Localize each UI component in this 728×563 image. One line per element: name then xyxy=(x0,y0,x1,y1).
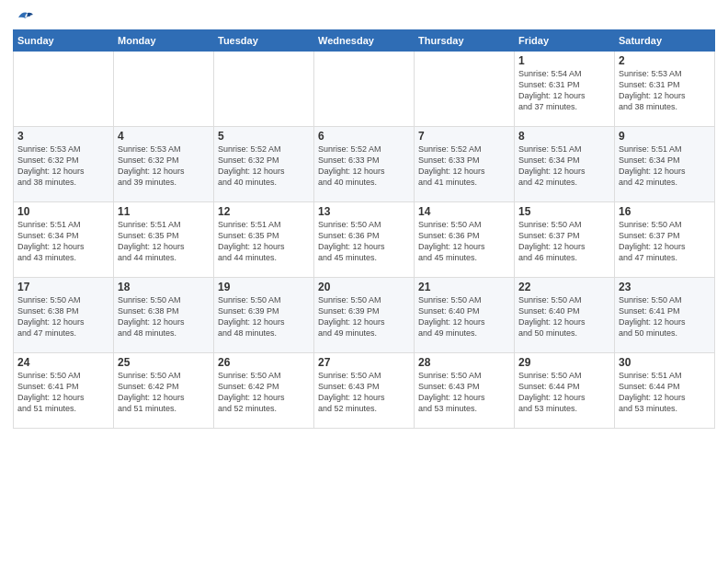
day-number: 23 xyxy=(619,281,711,293)
day-cell: 24Sunrise: 5:50 AM Sunset: 6:41 PM Dayli… xyxy=(14,353,114,429)
weekday-header-saturday: Saturday xyxy=(615,30,715,52)
week-row-5: 24Sunrise: 5:50 AM Sunset: 6:41 PM Dayli… xyxy=(14,353,715,429)
day-number: 2 xyxy=(619,54,711,67)
day-number: 3 xyxy=(17,130,109,143)
day-cell xyxy=(114,52,214,127)
day-cell: 8Sunrise: 5:51 AM Sunset: 6:34 PM Daylig… xyxy=(515,127,615,202)
day-number: 6 xyxy=(318,130,410,143)
day-info: Sunrise: 5:50 AM Sunset: 6:38 PM Dayligh… xyxy=(17,294,109,339)
week-row-3: 10Sunrise: 5:51 AM Sunset: 6:34 PM Dayli… xyxy=(14,202,715,278)
day-number: 25 xyxy=(118,356,210,369)
day-info: Sunrise: 5:50 AM Sunset: 6:40 PM Dayligh… xyxy=(518,294,610,339)
day-cell: 28Sunrise: 5:50 AM Sunset: 6:43 PM Dayli… xyxy=(415,353,515,429)
week-row-2: 3Sunrise: 5:53 AM Sunset: 6:32 PM Daylig… xyxy=(14,127,715,202)
weekday-header-friday: Friday xyxy=(515,30,615,52)
day-cell: 13Sunrise: 5:50 AM Sunset: 6:36 PM Dayli… xyxy=(314,202,415,278)
day-number: 29 xyxy=(518,356,610,369)
day-info: Sunrise: 5:53 AM Sunset: 6:32 PM Dayligh… xyxy=(17,144,109,189)
day-info: Sunrise: 5:51 AM Sunset: 6:34 PM Dayligh… xyxy=(17,219,109,264)
day-info: Sunrise: 5:50 AM Sunset: 6:37 PM Dayligh… xyxy=(518,219,610,264)
day-number: 12 xyxy=(218,205,310,218)
day-cell: 21Sunrise: 5:50 AM Sunset: 6:40 PM Dayli… xyxy=(415,278,515,353)
day-number: 16 xyxy=(619,205,711,218)
day-number: 9 xyxy=(619,130,711,143)
day-number: 22 xyxy=(518,281,610,293)
day-info: Sunrise: 5:52 AM Sunset: 6:33 PM Dayligh… xyxy=(418,144,510,189)
logo-bird-icon xyxy=(15,9,35,26)
day-cell: 14Sunrise: 5:50 AM Sunset: 6:36 PM Dayli… xyxy=(415,202,515,278)
day-info: Sunrise: 5:51 AM Sunset: 6:34 PM Dayligh… xyxy=(619,144,711,189)
day-cell: 6Sunrise: 5:52 AM Sunset: 6:33 PM Daylig… xyxy=(314,127,415,202)
day-cell: 25Sunrise: 5:50 AM Sunset: 6:42 PM Dayli… xyxy=(114,353,214,429)
day-cell: 9Sunrise: 5:51 AM Sunset: 6:34 PM Daylig… xyxy=(615,127,715,202)
day-number: 1 xyxy=(518,54,610,67)
day-info: Sunrise: 5:50 AM Sunset: 6:38 PM Dayligh… xyxy=(118,294,210,339)
day-cell: 18Sunrise: 5:50 AM Sunset: 6:38 PM Dayli… xyxy=(114,278,214,353)
day-number: 15 xyxy=(518,205,610,218)
day-number: 10 xyxy=(17,205,109,218)
day-number: 17 xyxy=(17,281,109,293)
day-info: Sunrise: 5:50 AM Sunset: 6:43 PM Dayligh… xyxy=(318,370,410,415)
day-cell: 10Sunrise: 5:51 AM Sunset: 6:34 PM Dayli… xyxy=(14,202,114,278)
day-number: 7 xyxy=(418,130,510,143)
day-cell: 17Sunrise: 5:50 AM Sunset: 6:38 PM Dayli… xyxy=(14,278,114,353)
day-number: 28 xyxy=(418,356,510,369)
day-cell: 22Sunrise: 5:50 AM Sunset: 6:40 PM Dayli… xyxy=(515,278,615,353)
day-info: Sunrise: 5:50 AM Sunset: 6:42 PM Dayligh… xyxy=(118,370,210,415)
day-number: 27 xyxy=(318,356,410,369)
day-cell: 1Sunrise: 5:54 AM Sunset: 6:31 PM Daylig… xyxy=(515,52,615,127)
weekday-header-tuesday: Tuesday xyxy=(214,30,314,52)
day-info: Sunrise: 5:50 AM Sunset: 6:41 PM Dayligh… xyxy=(619,294,711,339)
day-cell: 27Sunrise: 5:50 AM Sunset: 6:43 PM Dayli… xyxy=(314,353,415,429)
day-number: 20 xyxy=(318,281,410,293)
day-info: Sunrise: 5:50 AM Sunset: 6:40 PM Dayligh… xyxy=(418,294,510,339)
day-info: Sunrise: 5:51 AM Sunset: 6:34 PM Dayligh… xyxy=(518,144,610,189)
day-cell: 26Sunrise: 5:50 AM Sunset: 6:42 PM Dayli… xyxy=(214,353,314,429)
day-number: 24 xyxy=(17,356,109,369)
day-number: 18 xyxy=(118,281,210,293)
day-cell: 20Sunrise: 5:50 AM Sunset: 6:39 PM Dayli… xyxy=(314,278,415,353)
day-number: 26 xyxy=(218,356,310,369)
day-info: Sunrise: 5:50 AM Sunset: 6:39 PM Dayligh… xyxy=(318,294,410,339)
weekday-header-monday: Monday xyxy=(114,30,214,52)
day-cell xyxy=(14,52,114,127)
page: SundayMondayTuesdayWednesdayThursdayFrid… xyxy=(0,0,728,563)
weekday-header-wednesday: Wednesday xyxy=(314,30,415,52)
day-info: Sunrise: 5:51 AM Sunset: 6:35 PM Dayligh… xyxy=(118,219,210,264)
day-info: Sunrise: 5:50 AM Sunset: 6:41 PM Dayligh… xyxy=(17,370,109,415)
day-info: Sunrise: 5:50 AM Sunset: 6:36 PM Dayligh… xyxy=(418,219,510,264)
day-info: Sunrise: 5:53 AM Sunset: 6:31 PM Dayligh… xyxy=(619,68,711,113)
day-number: 19 xyxy=(218,281,310,293)
weekday-header-sunday: Sunday xyxy=(14,30,114,52)
week-row-1: 1Sunrise: 5:54 AM Sunset: 6:31 PM Daylig… xyxy=(14,52,715,127)
day-info: Sunrise: 5:50 AM Sunset: 6:37 PM Dayligh… xyxy=(619,219,711,264)
day-number: 21 xyxy=(418,281,510,293)
day-cell: 29Sunrise: 5:50 AM Sunset: 6:44 PM Dayli… xyxy=(515,353,615,429)
day-cell: 2Sunrise: 5:53 AM Sunset: 6:31 PM Daylig… xyxy=(615,52,715,127)
day-cell xyxy=(214,52,314,127)
day-number: 14 xyxy=(418,205,510,218)
day-cell: 11Sunrise: 5:51 AM Sunset: 6:35 PM Dayli… xyxy=(114,202,214,278)
day-cell: 3Sunrise: 5:53 AM Sunset: 6:32 PM Daylig… xyxy=(14,127,114,202)
day-cell: 23Sunrise: 5:50 AM Sunset: 6:41 PM Dayli… xyxy=(615,278,715,353)
day-cell: 19Sunrise: 5:50 AM Sunset: 6:39 PM Dayli… xyxy=(214,278,314,353)
day-cell: 7Sunrise: 5:52 AM Sunset: 6:33 PM Daylig… xyxy=(415,127,515,202)
day-info: Sunrise: 5:50 AM Sunset: 6:42 PM Dayligh… xyxy=(218,370,310,415)
day-info: Sunrise: 5:50 AM Sunset: 6:44 PM Dayligh… xyxy=(518,370,610,415)
day-cell: 15Sunrise: 5:50 AM Sunset: 6:37 PM Dayli… xyxy=(515,202,615,278)
day-number: 11 xyxy=(118,205,210,218)
day-info: Sunrise: 5:51 AM Sunset: 6:35 PM Dayligh… xyxy=(218,219,310,264)
day-number: 30 xyxy=(619,356,711,369)
week-row-4: 17Sunrise: 5:50 AM Sunset: 6:38 PM Dayli… xyxy=(14,278,715,353)
calendar: SundayMondayTuesdayWednesdayThursdayFrid… xyxy=(13,29,715,429)
weekday-header-thursday: Thursday xyxy=(415,30,515,52)
day-cell: 30Sunrise: 5:51 AM Sunset: 6:44 PM Dayli… xyxy=(615,353,715,429)
day-info: Sunrise: 5:50 AM Sunset: 6:39 PM Dayligh… xyxy=(218,294,310,339)
day-info: Sunrise: 5:51 AM Sunset: 6:44 PM Dayligh… xyxy=(619,370,711,415)
day-info: Sunrise: 5:53 AM Sunset: 6:32 PM Dayligh… xyxy=(118,144,210,189)
day-number: 8 xyxy=(518,130,610,143)
logo xyxy=(13,9,35,24)
day-info: Sunrise: 5:54 AM Sunset: 6:31 PM Dayligh… xyxy=(518,68,610,113)
weekday-header-row: SundayMondayTuesdayWednesdayThursdayFrid… xyxy=(14,30,715,52)
day-number: 13 xyxy=(318,205,410,218)
